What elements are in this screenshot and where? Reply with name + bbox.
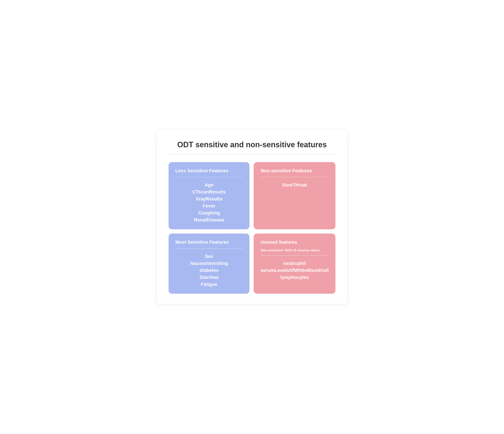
list-item: Coughing (175, 209, 243, 216)
less-sensitive-header: Less Sensitive Features (175, 168, 243, 174)
non-sensitive-divider (261, 177, 329, 177)
less-sensitive-divider (175, 177, 243, 177)
list-item: diabetes (175, 267, 243, 274)
list-item: Sex (175, 253, 243, 260)
list-item: neutrophil (261, 260, 329, 267)
list-item: Age (175, 181, 243, 188)
most-sensitive-header: Most Sensitive Features (175, 240, 243, 245)
list-item: SoreThroat (261, 181, 329, 188)
list-item: serumLevelsOfWhiteBloodCell (261, 267, 329, 274)
list-item: CTscanResults (175, 188, 243, 195)
list-item: Fatigue (175, 281, 243, 288)
page-title: ODT sensitive and non-sensitive features (169, 140, 335, 149)
page-container: ODT sensitive and non-sensitive features… (157, 130, 347, 304)
most-sensitive-divider (175, 248, 243, 249)
title-divider (169, 154, 335, 155)
non-sensitive-header: Non-sensitive Features (261, 168, 329, 174)
list-item: NauseaVomitting (175, 260, 243, 267)
unused-header: Unused features (261, 240, 329, 245)
card-less-sensitive: Less Sensitive Features Age CTscanResult… (169, 162, 250, 229)
unused-subtitle: Was presented +80% of missing values (261, 248, 329, 252)
card-unused: Unused features Was presented +80% of mi… (254, 233, 335, 294)
list-item: RenalDisease (175, 216, 243, 223)
most-sensitive-items: Sex NauseaVomitting diabetes Diarrhea Fa… (175, 253, 243, 288)
cards-grid: Less Sensitive Features Age CTscanResult… (169, 162, 335, 294)
unused-divider (261, 255, 329, 256)
card-most-sensitive: Most Sensitive Features Sex NauseaVomitt… (169, 233, 250, 294)
list-item: Fever (175, 202, 243, 209)
less-sensitive-items: Age CTscanResults XrayResults Fever Coug… (175, 181, 243, 223)
list-item: Diarrhea (175, 274, 243, 281)
non-sensitive-items: SoreThroat (261, 181, 329, 188)
list-item: XrayResults (175, 195, 243, 202)
unused-items: neutrophil serumLevelsOfWhiteBloodCell l… (261, 260, 329, 281)
card-non-sensitive: Non-sensitive Features SoreThroat (254, 162, 335, 229)
list-item: lymphocytes (261, 274, 329, 281)
